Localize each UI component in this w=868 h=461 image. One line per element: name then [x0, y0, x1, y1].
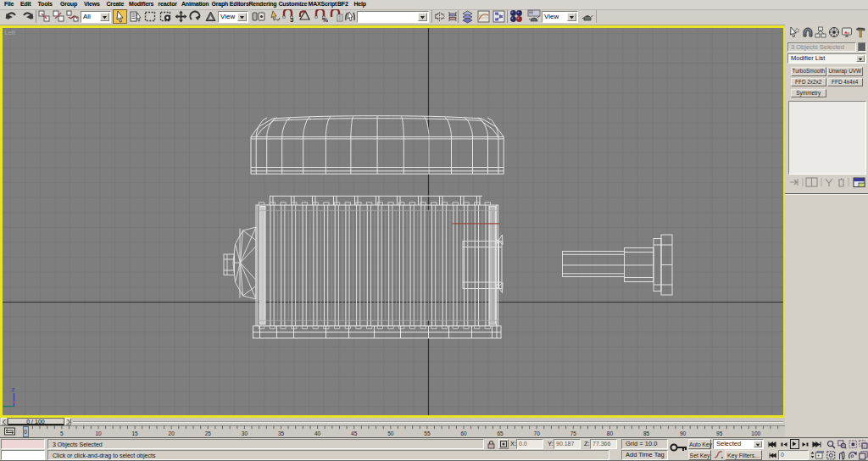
svg-text:15: 15: [131, 430, 138, 436]
svg-text:20: 20: [169, 430, 175, 436]
svg-text:75: 75: [570, 430, 577, 436]
svg-text:100: 100: [751, 430, 760, 436]
svg-text:5: 5: [60, 430, 64, 436]
svg-text:45: 45: [351, 430, 358, 436]
svg-text:95: 95: [716, 430, 723, 436]
svg-text:60: 60: [460, 430, 467, 436]
svg-text:85: 85: [643, 430, 650, 436]
svg-text:25: 25: [205, 430, 212, 436]
svg-text:z: z: [11, 385, 14, 392]
svg-text:70: 70: [534, 430, 541, 436]
svg-text:50: 50: [387, 430, 394, 436]
svg-text:3: 3: [290, 16, 294, 24]
svg-text:80: 80: [607, 430, 614, 436]
svg-text:%: %: [322, 16, 328, 24]
svg-text:10: 10: [95, 430, 102, 436]
svg-text:40: 40: [314, 430, 321, 436]
svg-text:90: 90: [680, 430, 687, 436]
svg-text:65: 65: [497, 430, 504, 436]
svg-text:35: 35: [278, 430, 285, 436]
svg-text:55: 55: [424, 430, 431, 436]
svg-text:30: 30: [242, 430, 248, 436]
